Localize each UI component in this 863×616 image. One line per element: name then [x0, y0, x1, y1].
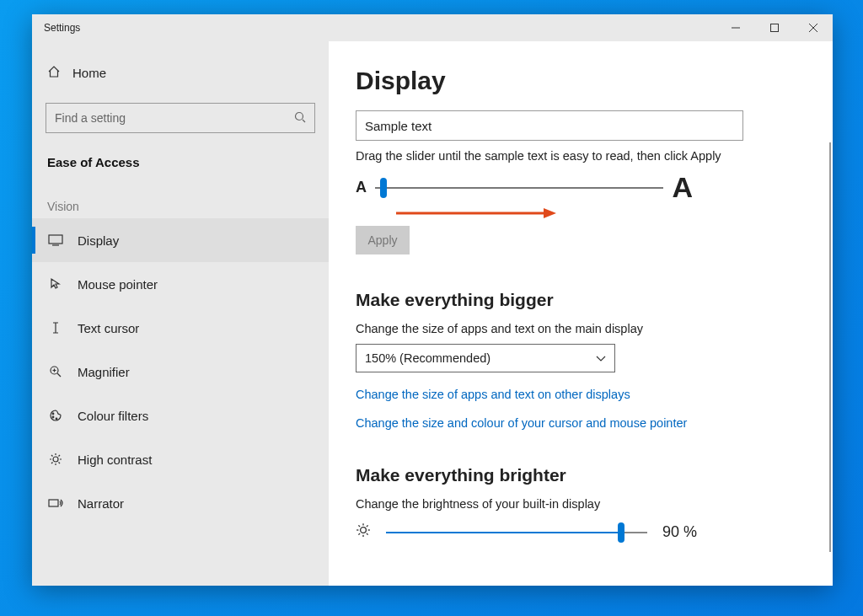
svg-rect-6 — [49, 235, 62, 244]
maximize-icon — [770, 24, 779, 32]
svg-line-33 — [358, 525, 360, 527]
search-icon — [294, 111, 306, 126]
home-icon — [47, 65, 61, 81]
section-brighter-sub: Change the brightness of your built-in d… — [356, 497, 806, 511]
sidebar-item-label: High contrast — [78, 453, 152, 467]
page-title: Display — [356, 67, 806, 95]
sidebar-item-label: Display — [78, 233, 119, 248]
window-title: Settings — [44, 22, 80, 34]
sidebar-item-narrator[interactable]: Narrator — [32, 481, 329, 525]
brightness-thumb[interactable] — [618, 522, 624, 543]
svg-line-21 — [51, 455, 53, 457]
svg-line-35 — [358, 533, 360, 535]
search-input[interactable]: Find a setting — [46, 103, 315, 133]
brightness-icon — [47, 453, 64, 466]
close-button[interactable] — [794, 14, 833, 41]
text-size-slider[interactable]: A A — [356, 171, 693, 204]
link-cursor-pointer[interactable]: Change the size and colour of your curso… — [356, 416, 806, 430]
svg-line-23 — [51, 463, 53, 464]
svg-line-10 — [57, 373, 61, 377]
section-bigger-title: Make everything bigger — [356, 290, 806, 310]
slider-thumb[interactable] — [380, 178, 387, 198]
close-icon — [809, 24, 817, 32]
slider-min-label: A — [356, 179, 367, 196]
sidebar: Home Find a setting Ease of Access Visio… — [32, 41, 329, 586]
svg-rect-1 — [771, 24, 779, 32]
search-placeholder: Find a setting — [55, 111, 126, 125]
link-other-displays[interactable]: Change the size of apps and text on othe… — [356, 388, 806, 401]
brightness-slider[interactable] — [386, 532, 647, 533]
sidebar-item-colour-filters[interactable]: Colour filters — [32, 394, 329, 437]
svg-line-24 — [59, 455, 61, 457]
annotation-arrow — [396, 207, 556, 219]
svg-rect-25 — [49, 500, 58, 506]
svg-line-36 — [367, 525, 368, 527]
minimize-button[interactable] — [716, 14, 755, 41]
svg-line-34 — [367, 533, 368, 535]
apply-label: Apply — [367, 233, 397, 247]
main-panel: Display Sample text Drag the slider unti… — [329, 41, 833, 586]
svg-marker-27 — [544, 208, 556, 218]
apply-button[interactable]: Apply — [356, 226, 410, 254]
maximize-button[interactable] — [755, 14, 794, 41]
sidebar-item-display[interactable]: Display — [32, 218, 329, 262]
sidebar-item-magnifier[interactable]: Magnifier — [32, 350, 329, 394]
sidebar-item-label: Magnifier — [78, 365, 130, 379]
brightness-fill — [386, 532, 621, 533]
settings-window: Settings Home Find a setting — [32, 14, 833, 586]
svg-point-16 — [53, 457, 58, 462]
sidebar-item-label: Narrator — [78, 496, 124, 511]
section-bigger-sub: Change the size of apps and text on the … — [356, 322, 806, 335]
brightness-value: 90 % — [662, 523, 697, 541]
pointer-icon — [47, 277, 64, 291]
svg-point-28 — [361, 528, 367, 533]
svg-line-22 — [59, 463, 61, 464]
text-cursor-icon — [47, 321, 64, 335]
svg-point-15 — [56, 418, 57, 420]
sample-text: Sample text — [365, 119, 432, 133]
slider-hint: Drag the slider until the sample text is… — [356, 149, 806, 163]
section-brighter-title: Make everything brighter — [356, 465, 806, 485]
svg-line-5 — [303, 120, 305, 122]
slider-track[interactable] — [375, 187, 663, 189]
scale-value: 150% (Recommended) — [365, 351, 490, 365]
svg-point-4 — [296, 112, 303, 120]
home-label: Home — [72, 66, 106, 80]
sidebar-item-text-cursor[interactable]: Text cursor — [32, 306, 329, 350]
scrollbar[interactable] — [829, 142, 831, 552]
sample-text-box: Sample text — [356, 110, 743, 141]
titlebar: Settings — [32, 14, 833, 41]
sidebar-item-high-contrast[interactable]: High contrast — [32, 437, 329, 481]
monitor-icon — [47, 234, 64, 246]
minimize-icon — [732, 24, 740, 32]
magnifier-icon — [47, 365, 64, 378]
sidebar-item-label: Mouse pointer — [78, 277, 158, 292]
slider-max-label: A — [672, 171, 693, 204]
sidebar-item-mouse-pointer[interactable]: Mouse pointer — [32, 262, 329, 306]
category-label: Ease of Access — [32, 142, 329, 173]
sidebar-item-label: Colour filters — [78, 409, 148, 423]
chevron-down-icon — [596, 351, 606, 365]
svg-point-14 — [52, 416, 54, 418]
narrator-icon — [47, 497, 64, 509]
group-label: Vision — [32, 173, 329, 218]
scale-dropdown[interactable]: 150% (Recommended) — [356, 344, 615, 372]
home-nav[interactable]: Home — [32, 56, 329, 89]
sidebar-item-label: Text cursor — [78, 321, 139, 335]
sun-icon — [356, 522, 371, 542]
svg-point-13 — [52, 413, 54, 415]
palette-icon — [47, 409, 64, 422]
